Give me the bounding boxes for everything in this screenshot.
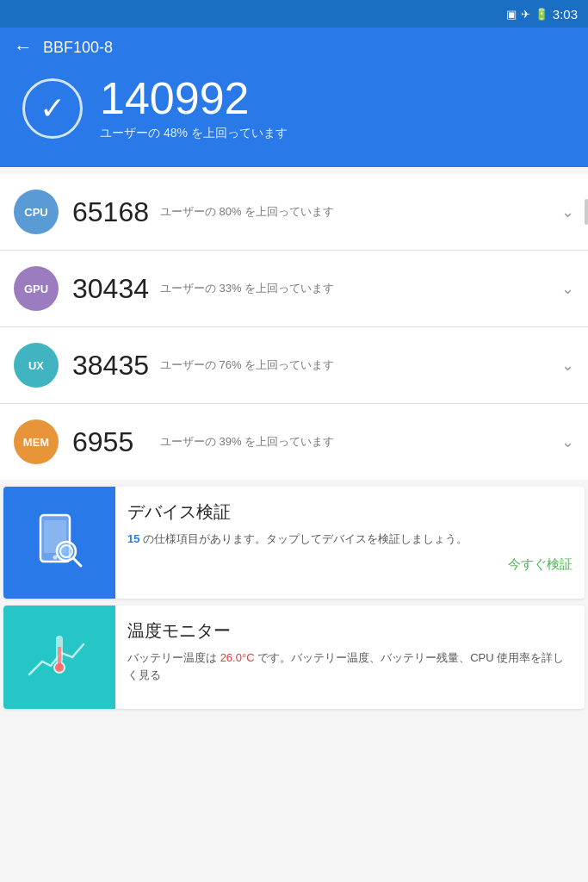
temp-card-title: 温度モニター bbox=[127, 619, 573, 643]
ux-badge: UX bbox=[14, 343, 59, 388]
gpu-score: 30434 bbox=[72, 273, 150, 305]
score-row: ✓ 140992 ユーザーの 48% を上回っています bbox=[14, 76, 574, 141]
temp-card[interactable]: 温度モニター バッテリー温度は 26.0°C です。バッテリー温度、バッテリー残… bbox=[3, 606, 585, 709]
check-circle: ✓ bbox=[22, 78, 83, 139]
score-subtitle: ユーザーの 48% を上回っています bbox=[100, 126, 288, 141]
device-card-action: 今すぐ検証 bbox=[127, 556, 573, 573]
airplane-icon: ✈ bbox=[521, 8, 530, 21]
device-card-desc-text: の仕様項目があります。タップしてデバイスを検証しましょう。 bbox=[139, 532, 467, 545]
temp-card-desc: バッテリー温度は 26.0°C です。バッテリー温度、バッテリー残量、CPU 使… bbox=[127, 649, 573, 683]
status-bar: ▣ ✈ 🔋 3:03 bbox=[0, 0, 588, 28]
mem-row[interactable]: MEM 6955 ユーザーの 39% を上回っています ⌄ bbox=[0, 404, 588, 480]
status-time: 3:03 bbox=[553, 7, 578, 22]
device-card-icon-area bbox=[3, 487, 115, 599]
device-card-title: デバイス検証 bbox=[127, 500, 573, 524]
score-info: 140992 ユーザーの 48% を上回っています bbox=[100, 76, 288, 141]
device-card-desc: 15 の仕様項目があります。タップしてデバイスを検証しましょう。 bbox=[127, 531, 573, 548]
gpu-chevron-icon[interactable]: ⌄ bbox=[561, 279, 574, 298]
svg-line-5 bbox=[73, 558, 81, 566]
ux-row[interactable]: UX 38435 ユーザーの 76% を上回っています ⌄ bbox=[0, 327, 588, 404]
mem-desc: ユーザーの 39% を上回っています bbox=[160, 434, 554, 450]
ux-desc: ユーザーの 76% を上回っています bbox=[160, 357, 554, 373]
device-card-inner: デバイス検証 15 の仕様項目があります。タップしてデバイスを検証しましょう。 … bbox=[3, 487, 585, 599]
cpu-label: CPU bbox=[24, 206, 47, 219]
checkmark-icon: ✓ bbox=[40, 93, 65, 124]
cpu-desc: ユーザーの 80% を上回っています bbox=[160, 204, 554, 220]
mem-chevron-icon[interactable]: ⌄ bbox=[561, 432, 574, 451]
temp-monitor-icon bbox=[25, 623, 94, 692]
gpu-desc: ユーザーの 33% を上回っています bbox=[160, 281, 554, 296]
device-card[interactable]: デバイス検証 15 の仕様項目があります。タップしてデバイスを検証しましょう。 … bbox=[3, 487, 585, 599]
device-verify-icon bbox=[25, 508, 94, 577]
benchmark-list: CPU 65168 ユーザーの 80% を上回っています ⌄ GPU 30434… bbox=[0, 174, 588, 480]
gpu-row[interactable]: GPU 30434 ユーザーの 33% を上回っています ⌄ bbox=[0, 251, 588, 327]
cpu-badge: CPU bbox=[14, 189, 59, 234]
device-name: BBF100-8 bbox=[43, 39, 113, 57]
status-icons: ▣ ✈ 🔋 3:03 bbox=[506, 7, 578, 22]
total-score: 140992 bbox=[100, 76, 288, 121]
gpu-label: GPU bbox=[24, 283, 48, 295]
device-card-content: デバイス検証 15 の仕様項目があります。タップしてデバイスを検証しましょう。 … bbox=[115, 487, 585, 599]
svg-point-9 bbox=[55, 663, 64, 672]
temp-card-content: 温度モニター バッテリー温度は 26.0°C です。バッテリー温度、バッテリー残… bbox=[115, 606, 585, 709]
verify-now-button[interactable]: 今すぐ検証 bbox=[508, 556, 573, 573]
mem-badge: MEM bbox=[14, 419, 59, 464]
mem-label: MEM bbox=[23, 436, 49, 449]
svg-rect-8 bbox=[58, 647, 61, 666]
temp-desc-prefix: バッテリー温度は bbox=[127, 651, 220, 664]
cpu-chevron-icon[interactable]: ⌄ bbox=[561, 202, 574, 221]
vibrate-icon: ▣ bbox=[506, 8, 517, 21]
temp-value: 26.0°C bbox=[220, 651, 255, 664]
ux-score: 38435 bbox=[72, 350, 150, 382]
scrollbar bbox=[585, 199, 588, 225]
ux-label: UX bbox=[28, 359, 44, 372]
ux-chevron-icon[interactable]: ⌄ bbox=[561, 356, 574, 375]
battery-icon: 🔋 bbox=[535, 8, 548, 21]
cpu-row[interactable]: CPU 65168 ユーザーの 80% を上回っています ⌄ bbox=[0, 174, 588, 251]
spec-count: 15 bbox=[127, 532, 139, 545]
temp-icon-area bbox=[3, 606, 115, 709]
svg-point-2 bbox=[53, 556, 58, 560]
header: ← BBF100-8 ✓ 140992 ユーザーの 48% を上回っています bbox=[0, 28, 588, 167]
header-nav: ← BBF100-8 bbox=[14, 36, 574, 59]
mem-score: 6955 bbox=[72, 426, 150, 458]
back-button[interactable]: ← bbox=[14, 36, 33, 59]
gpu-badge: GPU bbox=[14, 266, 59, 311]
cpu-score: 65168 bbox=[72, 196, 150, 228]
svg-point-4 bbox=[60, 545, 72, 557]
